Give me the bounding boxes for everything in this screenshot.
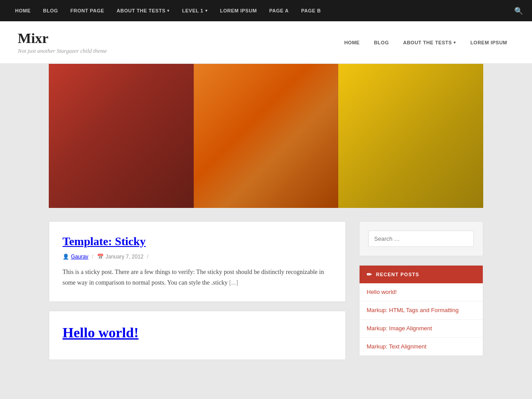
hero-red-panel — [49, 64, 194, 208]
site-description: Not just another Stargazer child theme — [18, 47, 107, 55]
content-area: Template: Sticky 👤 Gaurav / 📅 January 7,… — [49, 221, 346, 369]
list-item: Markup: Image Alignment — [360, 320, 483, 338]
top-navbar: HOME BLOG FRONT PAGE ABOUT THE TESTS ▾ L… — [0, 0, 532, 21]
recent-post-link-1[interactable]: Hello world! — [367, 289, 397, 295]
hero-section — [0, 64, 532, 208]
hero-orange-panel — [194, 64, 339, 208]
chevron-down-icon: ▾ — [167, 8, 170, 13]
top-nav-links: HOME BLOG FRONT PAGE ABOUT THE TESTS ▾ L… — [9, 0, 327, 21]
author-link[interactable]: Gaurav — [71, 254, 88, 260]
post-title-link-2[interactable]: Hello world! — [63, 325, 139, 340]
top-nav-level1[interactable]: LEVEL 1 ▾ — [176, 0, 214, 21]
calendar-icon: 📅 — [97, 254, 104, 260]
site-header: Mixr Not just another Stargazer child th… — [0, 21, 532, 64]
list-item: Hello world! — [360, 283, 483, 301]
site-branding: Mixr Not just another Stargazer child th… — [18, 30, 107, 55]
main-content-wrapper: Template: Sticky 👤 Gaurav / 📅 January 7,… — [0, 208, 532, 382]
recent-posts-widget: ✏ RECENT POSTS Hello world! Markup: HTML… — [359, 265, 483, 356]
meta-separator: / — [92, 254, 93, 260]
recent-post-link-3[interactable]: Markup: Image Alignment — [367, 325, 432, 332]
top-nav-pageb[interactable]: PAGE B — [295, 0, 327, 21]
post-meta: 👤 Gaurav / 📅 January 7, 2012 / — [63, 254, 332, 260]
recent-post-link-4[interactable]: Markup: Text Alignment — [367, 343, 426, 350]
recent-posts-title: ✏ RECENT POSTS — [360, 266, 483, 283]
header-nav: HOME BLOG ABOUT THE TESTS ▾ LOREM IPSUM — [337, 40, 514, 45]
header-nav-about-tests[interactable]: ABOUT THE TESTS ▾ — [396, 40, 463, 45]
post-excerpt: This is a sticky post. There are a few t… — [63, 267, 332, 288]
post-hello-world: Hello world! — [49, 311, 346, 360]
site-title[interactable]: Mixr — [18, 30, 48, 46]
chevron-down-icon: ▾ — [205, 8, 208, 13]
post-date: 📅 January 7, 2012 — [97, 254, 144, 260]
top-nav-frontpage[interactable]: FRONT PAGE — [64, 0, 110, 21]
read-more-link[interactable]: [...] — [229, 279, 238, 286]
person-icon: 👤 — [63, 254, 69, 260]
pencil-icon: ✏ — [367, 271, 372, 278]
search-icon[interactable]: 🔍 — [514, 7, 523, 15]
post-title: Template: Sticky — [63, 235, 332, 248]
chevron-down-icon: ▾ — [454, 40, 456, 45]
post-title-link[interactable]: Template: Sticky — [63, 235, 146, 248]
header-nav-blog[interactable]: BLOG — [367, 40, 396, 45]
recent-post-link-2[interactable]: Markup: HTML Tags and Formatting — [367, 307, 458, 313]
list-item: Markup: HTML Tags and Formatting — [360, 301, 483, 320]
header-nav-lorem[interactable]: LOREM IPSUM — [463, 40, 514, 45]
list-item: Markup: Text Alignment — [360, 338, 483, 356]
top-nav-blog[interactable]: BLOG — [37, 0, 64, 21]
search-input[interactable] — [368, 231, 474, 247]
post-sticky: Template: Sticky 👤 Gaurav / 📅 January 7,… — [49, 221, 346, 302]
search-widget — [359, 221, 483, 256]
top-nav-lorem[interactable]: LOREM IPSUM — [214, 0, 263, 21]
top-nav-home[interactable]: HOME — [9, 0, 37, 21]
header-nav-home[interactable]: HOME — [337, 40, 367, 45]
top-nav-pagea[interactable]: PAGE A — [263, 0, 295, 21]
top-nav-about-tests[interactable]: ABOUT THE TESTS ▾ — [110, 0, 176, 21]
post-author: 👤 Gaurav — [63, 254, 88, 260]
hero-image — [49, 64, 483, 208]
meta-separator2: / — [147, 254, 149, 260]
post-title-2: Hello world! — [63, 325, 332, 341]
hero-yellow-panel — [338, 64, 483, 208]
sidebar: ✏ RECENT POSTS Hello world! Markup: HTML… — [359, 221, 483, 369]
